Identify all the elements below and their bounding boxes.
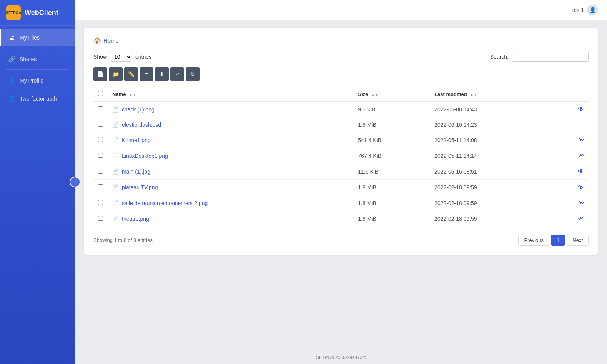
next-button[interactable]: Next [567,235,589,246]
preview-icon-0[interactable]: 👁 [578,106,584,113]
row-name-6: 📄 salle de reunion entrainement 2.png [108,195,353,211]
row-checkbox-1[interactable] [98,122,103,127]
rename-icon: ✏️ [128,71,135,77]
row-name-0: 📄 check (1).png [108,101,353,117]
refresh-button[interactable]: ↻ [186,67,200,81]
preview-icon-7[interactable]: 👁 [578,215,584,222]
preview-icon-4[interactable]: 👁 [578,168,584,175]
pagination-controls: Previous 1 Next [518,235,589,246]
file-link-0[interactable]: check (1).png [122,106,155,113]
row-checkbox-cell [93,180,108,195]
file-link-3[interactable]: LinuxDesktop1.png [122,153,168,159]
file-link-4[interactable]: main (1).jpg [122,169,150,175]
share-button[interactable]: ↗ [170,67,184,81]
sidebar-item-my-files[interactable]: 🗂 My Files [0,29,75,46]
delete-button[interactable]: 🗑 [140,67,153,81]
column-header-actions [552,87,589,101]
entries-select[interactable]: 10 25 50 100 [110,52,132,62]
new-folder-button[interactable]: 📁 [109,67,123,81]
row-checkbox-cell [93,117,108,132]
select-all-checkbox[interactable] [98,91,103,96]
file-type-icon-5: 📄 [112,184,119,190]
row-action-1 [552,117,589,132]
row-date-0: 2022-05-08 14:43 [430,101,552,117]
preview-icon-2[interactable]: 👁 [578,137,584,143]
user-avatar: 👤 [587,5,598,15]
footer: SFTPGo 2.3.0-9ae473fc [75,351,607,364]
row-size-3: 767.4 KiB [353,148,430,164]
top-header: test1 👤 [75,0,607,20]
row-checkbox-7[interactable] [98,216,103,221]
row-checkbox-cell [93,195,108,211]
row-action-4: 👁 [552,164,589,180]
size-sort-icon: ▲▼ [371,93,379,97]
row-checkbox-cell [93,211,108,227]
logo-icon: SFTPGo [6,5,21,20]
column-header-last-modified[interactable]: Last modified ▲▼ [430,87,552,101]
file-type-icon-3: 📄 [112,153,119,159]
preview-icon-6[interactable]: 👁 [578,200,584,206]
sidebar-divider [6,48,69,48]
row-checkbox-0[interactable] [98,106,103,111]
table-header-row: Name ▲▼ Size ▲▼ Last modified ▲▼ [93,87,589,101]
download-button[interactable]: ⬇ [155,67,169,81]
modified-sort-icon: ▲▼ [470,93,477,97]
table-row: 📄 elestio-dash.psd 1.8 MiB 2022-06-10 14… [93,117,589,132]
sidebar-item-my-profile[interactable]: 👤 My Profile [0,71,75,89]
row-name-2: 📄 Knime1.png [108,132,353,148]
sidebar-collapse-button[interactable]: ‹ [70,177,80,187]
toolbar-row: Show 10 25 50 100 entries Search: [93,52,589,62]
row-checkbox-5[interactable] [98,184,103,189]
sidebar-label-my-files: My Files [20,35,40,41]
download-icon: ⬇ [160,71,164,77]
preview-icon-3[interactable]: 👁 [578,152,584,159]
file-link-1[interactable]: elestio-dash.psd [122,122,161,128]
file-link-2[interactable]: Knime1.png [122,137,151,143]
main-area: test1 👤 🏠 Home Show 10 25 [75,0,607,364]
row-action-2: 👁 [552,132,589,148]
row-size-7: 1.8 MiB [353,211,430,227]
row-checkbox-cell [93,101,108,117]
row-name-1: 📄 elestio-dash.psd [108,117,353,132]
page-1-button[interactable]: 1 [551,235,565,246]
breadcrumb-home[interactable]: Home [103,37,119,44]
row-size-5: 1.8 MiB [353,180,430,195]
sidebar-item-shares[interactable]: 🔗 Shares [0,50,75,68]
row-name-4: 📄 main (1).jpg [108,164,353,180]
pagination-row: Showing 1 to 8 of 8 entries Previous 1 N… [93,235,589,246]
row-checkbox-6[interactable] [98,200,103,205]
row-date-6: 2022-02-18 09:59 [430,195,552,211]
row-checkbox-2[interactable] [98,137,103,142]
table-row: 📄 check (1).png 9.5 KiB 2022-05-08 14:43… [93,101,589,117]
row-action-7: 👁 [552,211,589,227]
file-link-6[interactable]: salle de reunion entrainement 2.png [122,200,208,206]
table-row: 📄 salle de reunion entrainement 2.png 1.… [93,195,589,211]
row-size-4: 11.6 KiB [353,164,430,180]
refresh-icon: ↻ [190,71,195,77]
row-checkbox-4[interactable] [98,169,103,174]
search-input[interactable] [512,52,589,62]
row-checkbox-cell [93,148,108,164]
profile-icon: 👤 [8,77,16,84]
file-link-7[interactable]: théatre.png [122,216,149,222]
file-table-body: 📄 check (1).png 9.5 KiB 2022-05-08 14:43… [93,101,589,227]
file-type-icon-1: 📄 [112,122,119,128]
row-date-2: 2022-05-11 14:08 [430,132,552,148]
row-checkbox-cell [93,164,108,180]
username-label: test1 [572,7,584,13]
row-date-1: 2022-06-10 14:23 [430,117,552,132]
sidebar-item-two-factor-auth[interactable]: 👤 Two-factor auth [0,89,75,108]
column-header-size[interactable]: Size ▲▼ [353,87,430,101]
row-checkbox-3[interactable] [98,153,103,158]
rename-button[interactable]: ✏️ [124,67,138,81]
row-name-3: 📄 LinuxDesktop1.png [108,148,353,164]
show-label: Show [93,54,107,60]
column-header-name[interactable]: Name ▲▼ [108,87,353,101]
version-text: SFTPGo 2.3.0-9ae473fc [316,355,366,360]
file-manager-card: 🏠 Home Show 10 25 50 100 entries [84,28,598,255]
file-link-5[interactable]: plateau TV.png [122,184,158,190]
new-file-icon: 📄 [97,71,104,77]
preview-icon-5[interactable]: 👁 [578,184,584,190]
new-file-button[interactable]: 📄 [93,67,107,81]
previous-button[interactable]: Previous [518,235,549,246]
